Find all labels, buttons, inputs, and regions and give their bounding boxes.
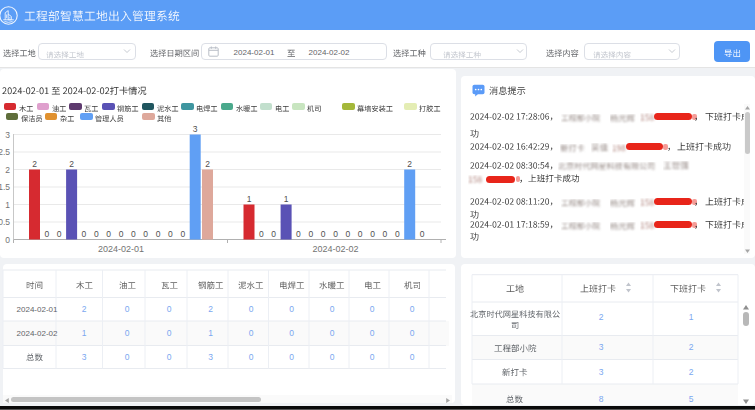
- svg-text:0: 0: [156, 229, 161, 239]
- svg-text:0: 0: [346, 229, 351, 239]
- svg-text:2: 2: [407, 159, 412, 169]
- svg-text:0.5: 0.5: [0, 217, 10, 227]
- svg-text:2024-02-02: 2024-02-02: [312, 244, 358, 254]
- svg-text:1: 1: [5, 200, 10, 210]
- svg-text:0: 0: [180, 229, 185, 239]
- svg-text:0: 0: [383, 229, 388, 239]
- svg-text:0: 0: [5, 235, 10, 245]
- svg-text:0: 0: [308, 229, 313, 239]
- svg-text:0: 0: [370, 229, 375, 239]
- svg-text:1: 1: [247, 194, 252, 204]
- svg-text:2: 2: [32, 159, 37, 169]
- svg-text:2: 2: [205, 159, 210, 169]
- svg-text:0: 0: [131, 229, 136, 239]
- svg-text:0: 0: [259, 229, 264, 239]
- svg-text:0: 0: [143, 229, 148, 239]
- svg-text:0: 0: [420, 229, 425, 239]
- svg-text:0: 0: [119, 229, 124, 239]
- svg-text:0: 0: [57, 229, 62, 239]
- svg-text:2.5: 2.5: [0, 147, 10, 157]
- svg-text:1.5: 1.5: [0, 182, 10, 192]
- svg-text:2024-02-01: 2024-02-01: [98, 244, 144, 254]
- svg-text:0: 0: [395, 229, 400, 239]
- svg-text:2: 2: [69, 159, 74, 169]
- svg-text:2: 2: [5, 165, 10, 175]
- svg-text:0: 0: [168, 229, 173, 239]
- svg-text:0: 0: [358, 229, 363, 239]
- svg-text:1: 1: [284, 194, 289, 204]
- svg-text:0: 0: [106, 229, 111, 239]
- svg-text:0: 0: [296, 229, 301, 239]
- svg-text:0: 0: [271, 229, 276, 239]
- svg-text:0: 0: [321, 229, 326, 239]
- svg-text:0: 0: [44, 229, 49, 239]
- svg-text:3: 3: [193, 126, 198, 134]
- svg-text:0: 0: [333, 229, 338, 239]
- svg-text:0: 0: [82, 229, 87, 239]
- svg-text:0: 0: [94, 229, 99, 239]
- svg-text:3: 3: [5, 130, 10, 140]
